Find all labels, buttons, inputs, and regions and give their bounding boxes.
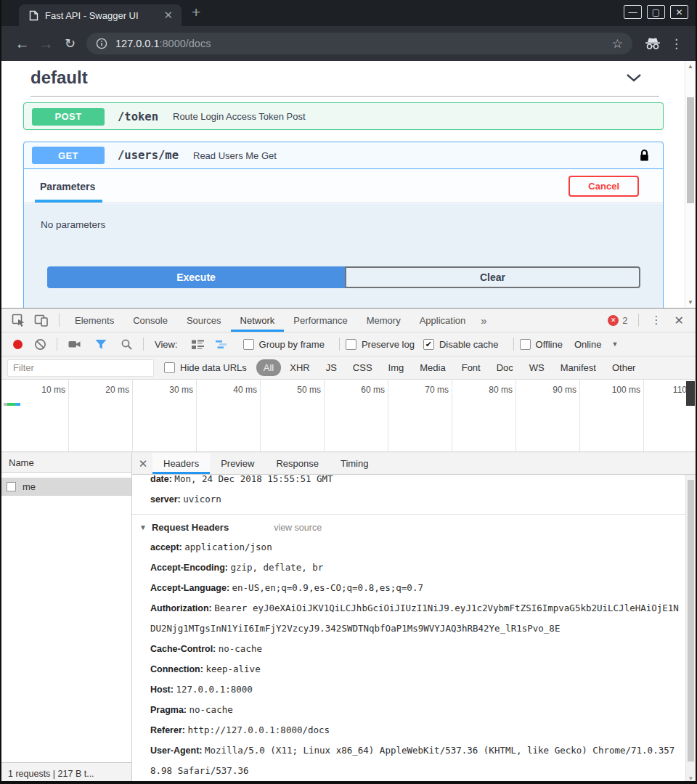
scroll-down-arrow-icon[interactable]: ▼	[686, 775, 696, 782]
disable-cache-checkbox[interactable]	[423, 339, 434, 350]
record-button[interactable]	[13, 340, 23, 349]
forward-button[interactable]: →	[34, 36, 58, 52]
request-headers-title[interactable]: Request Headers	[152, 522, 229, 533]
request-type-chip[interactable]: CSS	[346, 359, 380, 376]
browser-tab[interactable]: Fast API - Swagger UI ✕	[19, 4, 182, 26]
error-badge-icon[interactable]: ✕	[608, 315, 619, 326]
show-waterfall-icon[interactable]	[215, 339, 229, 350]
disclosure-triangle-icon[interactable]: ▼	[139, 523, 147, 531]
request-type-chip[interactable]: Font	[455, 359, 488, 376]
offline-checkbox[interactable]	[520, 339, 531, 350]
devtools-tab[interactable]: Network	[231, 309, 285, 332]
device-toolbar-icon[interactable]	[34, 314, 49, 327]
group-by-frame-checkbox[interactable]	[243, 339, 254, 350]
detail-scrollbar[interactable]: ▼	[685, 475, 696, 784]
browser-menu-icon[interactable]: ⋮	[666, 36, 687, 52]
request-type-chip[interactable]: Other	[605, 359, 643, 376]
operation-tab-header: Parameters Cancel	[24, 170, 663, 203]
window-minimize-button[interactable]: —	[624, 5, 642, 19]
header-line: User-Agent: Mozilla/5.0 (X11; Linux x86_…	[150, 740, 685, 781]
endpoint-post-token: POST /token Route Login Access Token Pos…	[23, 102, 664, 130]
header-line: Accept-Encoding: gzip, deflate, br	[150, 558, 685, 578]
preserve-log-label[interactable]: Preserve log	[362, 339, 415, 350]
search-icon[interactable]	[121, 338, 133, 351]
execute-button[interactable]: Execute	[47, 266, 345, 288]
inspect-element-icon[interactable]	[12, 314, 25, 327]
preserve-log-checkbox[interactable]	[346, 339, 356, 350]
filter-input[interactable]	[7, 359, 154, 377]
devtools-tab[interactable]: Elements	[65, 309, 123, 332]
devtools-tab[interactable]: Sources	[177, 309, 231, 332]
hide-data-urls-checkbox[interactable]	[164, 362, 175, 373]
get-method-badge: GET	[32, 147, 105, 164]
operation-body: No parameters Execute Clear	[24, 204, 663, 308]
separator	[638, 314, 639, 327]
clear-button[interactable]: Clear	[345, 266, 640, 288]
page-scrollbar-thumb[interactable]	[687, 97, 694, 203]
request-type-chip[interactable]: Doc	[489, 359, 521, 376]
request-type-chip[interactable]: All	[256, 359, 281, 376]
timeline-gridline	[260, 380, 261, 452]
devtools-tab[interactable]: Console	[123, 309, 177, 332]
tab-parameters[interactable]: Parameters	[40, 181, 95, 192]
url-text[interactable]: 127.0.0.1:8000/docs	[115, 38, 211, 49]
request-type-chip[interactable]: WS	[522, 359, 552, 376]
devtools-tab[interactable]: Memory	[357, 309, 410, 332]
timeline-tick-label: 100 ms	[587, 385, 640, 395]
detail-tab[interactable]: Timing	[330, 453, 380, 474]
back-button[interactable]: ←	[10, 36, 34, 52]
offline-label[interactable]: Offline	[536, 339, 563, 350]
window-maximize-button[interactable]: ▢	[647, 5, 665, 19]
timeline-scrollbar-thumb[interactable]	[686, 381, 695, 406]
disable-cache-label[interactable]: Disable cache	[439, 339, 499, 350]
cancel-button[interactable]: Cancel	[568, 176, 639, 197]
bookmark-star-icon[interactable]: ☆	[612, 36, 623, 52]
network-overview-timeline[interactable]: 10 ms20 ms30 ms40 ms50 ms60 ms70 ms80 ms…	[1, 380, 696, 452]
filter-funnel-icon[interactable]	[94, 338, 107, 350]
detail-tab[interactable]: Response	[265, 453, 330, 474]
dropdown-arrow-icon[interactable]: ▼	[611, 340, 618, 348]
detail-close-icon[interactable]: ✕	[134, 457, 152, 470]
name-column-header[interactable]: Name	[1, 453, 131, 473]
request-type-chip[interactable]: JS	[319, 359, 344, 376]
request-headers-list: accept: application/jsonAccept-Encoding:…	[150, 537, 685, 781]
window-close-button[interactable]: ✕	[670, 5, 688, 19]
tab-close-icon[interactable]: ✕	[161, 9, 175, 22]
use-large-rows-icon[interactable]	[191, 339, 205, 350]
scroll-down-arrow-icon[interactable]: ▼	[685, 299, 696, 306]
url-bar[interactable]: 127.0.0.1:8000/docs ☆	[86, 33, 632, 54]
group-by-frame-label[interactable]: Group by frame	[259, 339, 325, 350]
request-type-chip[interactable]: XHR	[282, 359, 317, 376]
requests-list-empty-area	[1, 496, 131, 762]
detail-tab[interactable]: Preview	[210, 453, 265, 474]
devtools-tab[interactable]: Performance	[284, 309, 356, 332]
header-line: server: uvicorn	[150, 489, 685, 510]
view-source-link[interactable]: view source	[274, 523, 322, 533]
reload-button[interactable]: ↻	[58, 36, 82, 52]
page-scrollbar[interactable]: ▲ ▼	[685, 61, 696, 308]
request-row-me[interactable]: me	[1, 478, 131, 496]
throttling-dropdown[interactable]: Online	[574, 339, 602, 350]
header-line: Authorization: Bearer eyJ0eXAiOiJKV1QiLC…	[150, 598, 685, 639]
timeline-tick-label: 40 ms	[203, 385, 257, 395]
devtools-menu-icon[interactable]: ⋮	[645, 314, 669, 327]
devtools-tab[interactable]: Application	[410, 309, 476, 332]
get-users-me-summary[interactable]: GET /users/me Read Users Me Get	[24, 142, 663, 169]
request-type-chip[interactable]: Media	[412, 359, 452, 376]
detail-tab[interactable]: Headers	[152, 453, 210, 474]
more-tabs-icon[interactable]: »	[475, 314, 492, 327]
clear-icon[interactable]	[34, 338, 46, 351]
auth-lock-icon[interactable]	[639, 149, 650, 162]
post-token-summary[interactable]: POST /token Route Login Access Token Pos…	[24, 103, 663, 130]
detail-scrollbar-thumb[interactable]	[688, 480, 694, 761]
screenshot-camera-icon[interactable]	[68, 338, 81, 351]
devtools-close-icon[interactable]: ✕	[669, 314, 690, 327]
new-tab-button[interactable]: +	[192, 4, 200, 21]
request-type-chip[interactable]: Img	[381, 359, 412, 376]
info-icon[interactable]	[96, 38, 107, 49]
timeline-gridline	[68, 380, 69, 452]
scroll-up-arrow-icon[interactable]: ▲	[685, 63, 696, 70]
request-type-chip[interactable]: Manifest	[553, 359, 603, 376]
hide-data-urls-label[interactable]: Hide data URLs	[180, 362, 247, 373]
section-collapse-chevron-icon[interactable]	[626, 73, 642, 82]
